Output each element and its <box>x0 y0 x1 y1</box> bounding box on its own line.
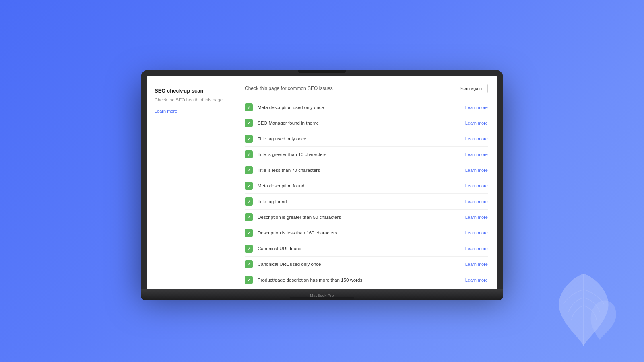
scan-again-button[interactable]: Scan again <box>454 84 488 93</box>
seo-list-item: Description is greater than 50 character… <box>245 210 488 225</box>
sidebar-learn-more-link[interactable]: Learn more <box>155 109 177 113</box>
seo-item-text: Title tag found <box>258 199 460 204</box>
seo-item-text: Description is greater than 50 character… <box>258 215 460 220</box>
seo-list-item: SEO Manager found in themeLearn more <box>245 115 488 131</box>
learn-more-link[interactable]: Learn more <box>465 246 488 251</box>
seo-item-text: SEO Manager found in theme <box>258 121 460 125</box>
learn-more-link[interactable]: Learn more <box>465 262 488 267</box>
seo-list-item: Title is greater than 10 charactersLearn… <box>245 147 488 162</box>
laptop-notch <box>298 70 346 73</box>
learn-more-link[interactable]: Learn more <box>465 278 488 282</box>
learn-more-link[interactable]: Learn more <box>465 152 488 157</box>
check-icon <box>245 119 253 127</box>
main-header: Check this page for common SEO issues Sc… <box>245 84 488 93</box>
check-icon <box>245 150 253 158</box>
laptop-screen: SEO check-up scan Check the SEO health o… <box>147 76 497 289</box>
check-icon <box>245 229 253 237</box>
learn-more-link[interactable]: Learn more <box>465 121 488 125</box>
seo-item-text: Meta description found <box>258 183 460 188</box>
seo-list-item: Description is less than 160 charactersL… <box>245 225 488 241</box>
learn-more-link[interactable]: Learn more <box>465 230 488 235</box>
check-icon <box>245 245 253 253</box>
seo-list-item: Canonical URL used only onceLearn more <box>245 257 488 272</box>
seo-list-item: Product/page description has more than 1… <box>245 272 488 288</box>
check-icon <box>245 182 253 190</box>
seo-list-item: Canonical URL foundLearn more <box>245 241 488 257</box>
learn-more-link[interactable]: Learn more <box>465 168 488 173</box>
seo-items-list: Meta description used only onceLearn mor… <box>245 100 488 289</box>
sidebar-description: Check the SEO health of this page <box>155 97 227 103</box>
seo-item-text: Title tag used only once <box>258 136 460 141</box>
seo-item-text: Product/page description has more than 1… <box>258 278 460 282</box>
seo-list-item: Title tag used only onceLearn more <box>245 131 488 147</box>
seo-item-text: Description is less than 160 characters <box>258 230 460 235</box>
check-icon <box>245 135 253 143</box>
laptop-base: MacBook Pro <box>141 289 503 300</box>
seo-item-text: Canonical URL found <box>258 246 460 251</box>
seo-item-text: Title is less than 70 characters <box>258 168 460 173</box>
seo-list-item: Meta description foundLearn more <box>245 178 488 194</box>
learn-more-link[interactable]: Learn more <box>465 183 488 188</box>
check-icon <box>245 276 253 284</box>
seo-list-item: Title tag foundLearn more <box>245 194 488 210</box>
seo-list-item: Title is less than 70 charactersLearn mo… <box>245 162 488 178</box>
check-icon <box>245 103 253 111</box>
learn-more-link[interactable]: Learn more <box>465 199 488 204</box>
learn-more-link[interactable]: Learn more <box>465 105 488 110</box>
check-icon <box>245 166 253 174</box>
seo-list-item: Meta description used only onceLearn mor… <box>245 100 488 115</box>
check-icon <box>245 260 253 268</box>
seo-item-text: Title is greater than 10 characters <box>258 152 460 157</box>
main-content: Check this page for common SEO issues Sc… <box>235 76 497 289</box>
main-header-title: Check this page for common SEO issues <box>245 86 333 91</box>
laptop-screen-outer: SEO check-up scan Check the SEO health o… <box>141 70 503 289</box>
check-icon <box>245 197 253 206</box>
app-container: SEO check-up scan Check the SEO health o… <box>147 76 497 289</box>
macbook-label: MacBook Pro <box>310 294 334 298</box>
sidebar: SEO check-up scan Check the SEO health o… <box>147 76 235 289</box>
check-icon <box>245 213 253 221</box>
learn-more-link[interactable]: Learn more <box>465 136 488 141</box>
learn-more-link[interactable]: Learn more <box>465 215 488 220</box>
sidebar-title: SEO check-up scan <box>155 88 227 94</box>
seo-item-text: Meta description used only once <box>258 105 460 110</box>
seo-item-text: Canonical URL used only once <box>258 262 460 267</box>
laptop-wrapper: SEO check-up scan Check the SEO health o… <box>141 70 503 300</box>
